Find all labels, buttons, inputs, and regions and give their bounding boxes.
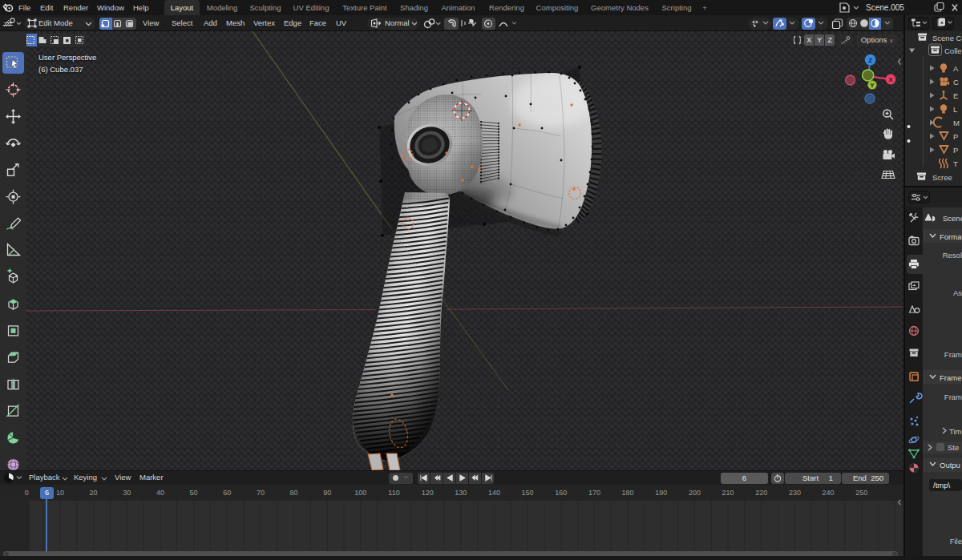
svg-text:Y: Y <box>870 82 875 89</box>
svg-text:Tim: Tim <box>949 427 962 436</box>
svg-text:Frame: Frame <box>940 373 961 382</box>
svg-text:/tmp\: /tmp\ <box>933 481 950 489</box>
svg-text:Fram: Fram <box>944 350 962 359</box>
svg-text:X: X <box>888 76 893 83</box>
svg-text:Outpu: Outpu <box>940 461 960 469</box>
svg-text:Z: Z <box>868 57 872 64</box>
svg-text:Ste: Ste <box>948 443 959 452</box>
svg-text:Format: Format <box>940 232 962 241</box>
svg-text:Fram: Fram <box>944 393 962 401</box>
svg-text:Resol: Resol <box>943 251 962 260</box>
svg-text:Scene: Scene <box>943 214 962 223</box>
svg-text:As: As <box>953 288 962 297</box>
svg-text:File: File <box>950 537 962 546</box>
